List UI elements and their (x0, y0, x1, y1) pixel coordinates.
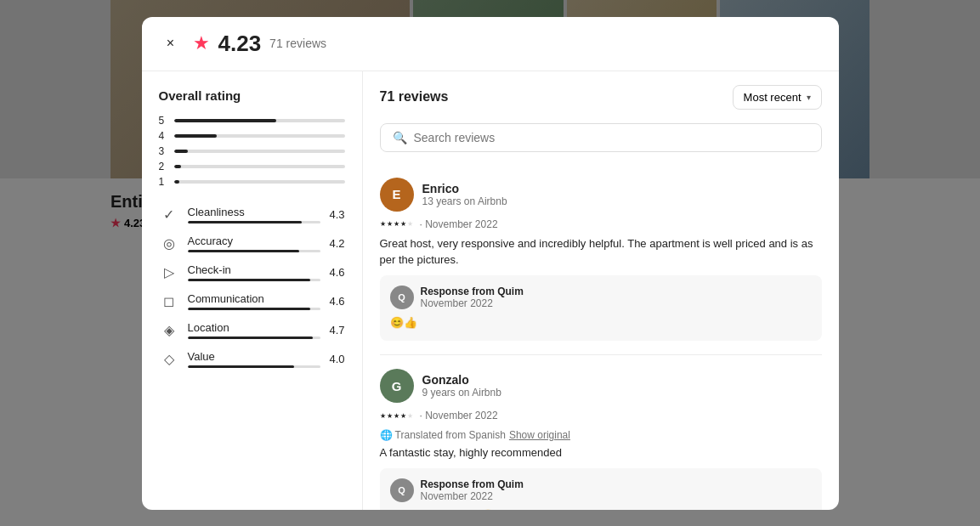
bar-track (174, 150, 345, 153)
category-bar-track (188, 221, 321, 223)
review-star: ★ (394, 412, 399, 420)
bar-label: 2 (159, 161, 169, 173)
category-row: ◇ Value 4.0 (159, 349, 345, 370)
background-page: Entire rental unit · 8 guests ★ 4.23 71 … (0, 0, 980, 526)
category-bar-track (188, 365, 321, 368)
close-button[interactable]: × (159, 31, 183, 55)
rating-bar-row: 5 (159, 115, 345, 127)
reviewer-avatar: G (380, 369, 414, 403)
show-original-link[interactable]: Show original (509, 429, 570, 441)
reviewer-avatar: E (380, 178, 414, 212)
sort-dropdown[interactable]: Most recent ▾ (733, 85, 822, 110)
reviews-count-title: 71 reviews (380, 89, 449, 105)
bar-fill (174, 150, 188, 153)
reviewer-info: Enrico 13 years on Airbnb (422, 182, 507, 207)
category-icon: ▷ (159, 263, 179, 283)
review-stars: ★★★★★ (380, 220, 413, 228)
category-bar-track (188, 337, 321, 339)
response-avatar: Q (390, 286, 414, 309)
modal-title-area: ★ 4.23 71 reviews (193, 31, 327, 57)
response-from-info: Response from Quim November 2022 (421, 478, 524, 502)
rating-bar-row: 4 (159, 130, 345, 142)
response-text: Un placer Gonzalo😊 (390, 507, 812, 510)
category-score: 4.3 (329, 208, 344, 221)
translated-badge: 🌐 Translated from Spanish Show original (380, 429, 570, 441)
category-score: 4.0 (329, 353, 344, 365)
category-icon: ◈ (159, 320, 179, 341)
rating-bar-row: 3 (159, 145, 345, 157)
reviewer-years: 9 years on Airbnb (422, 387, 501, 399)
review-item: G Gonzalo 9 years on Airbnb ★★★★★ · Nove… (380, 355, 822, 510)
review-star: ★ (407, 412, 413, 420)
category-score: 4.6 (329, 295, 344, 308)
bar-fill (174, 119, 277, 122)
reviewer-info: Gonzalo 9 years on Airbnb (422, 373, 501, 399)
review-star: ★ (387, 220, 393, 228)
response-block: Q Response from Quim November 2022 Un pl… (380, 468, 822, 510)
rating-bars: 5 4 3 2 1 (159, 115, 345, 188)
category-bar-fill (188, 250, 300, 252)
review-meta: ★★★★★ · November 2022 (380, 410, 822, 421)
reviewer-name: Gonzalo (422, 373, 501, 387)
reviews-header: 71 reviews Most recent ▾ (363, 71, 839, 123)
ratings-panel: Overall rating 5 4 3 2 1 ✓ (142, 71, 363, 510)
category-row: ✓ Cleanliness 4.3 (159, 205, 345, 225)
response-date: November 2022 (421, 490, 524, 502)
rating-bar-row: 2 (159, 161, 345, 173)
category-icon: ✓ (159, 205, 179, 225)
search-bar-container: 🔍 (363, 123, 839, 164)
category-bar-track (188, 279, 321, 281)
response-text: 😊👍 (390, 314, 812, 331)
category-row: ◈ Location 4.7 (159, 320, 345, 341)
category-bar-fill (188, 365, 295, 368)
category-score: 4.6 (329, 266, 344, 279)
review-star: ★ (380, 220, 386, 228)
bar-fill (174, 180, 179, 184)
category-info: Communication (188, 292, 321, 310)
category-bar-fill (188, 308, 310, 310)
review-text: Great host, very responsive and incredib… (380, 235, 822, 269)
category-name: Value (188, 350, 321, 363)
category-name: Communication (188, 292, 321, 305)
bar-fill (174, 134, 217, 138)
review-star: ★ (400, 220, 406, 228)
bar-track (174, 134, 345, 138)
search-input[interactable] (414, 131, 809, 144)
category-icon: ◻ (159, 291, 179, 312)
response-block: Q Response from Quim November 2022 😊👍 (380, 275, 822, 342)
bar-label: 1 (159, 176, 169, 188)
modal-reviews-count: 71 reviews (269, 37, 326, 50)
response-from: Response from Quim (421, 478, 524, 490)
category-bar-fill (188, 279, 310, 281)
response-header: Q Response from Quim November 2022 (390, 478, 812, 502)
category-info: Location (188, 321, 321, 339)
reviews-panel: 71 reviews Most recent ▾ 🔍 (363, 71, 839, 510)
category-bar-track (188, 308, 321, 310)
modal-rating: 4.23 (218, 31, 262, 57)
bar-track (174, 119, 345, 122)
reviews-modal: × ★ 4.23 71 reviews Overall rating 5 4 (142, 17, 839, 510)
review-star: ★ (400, 412, 406, 420)
category-row: ◎ Accuracy 4.2 (159, 234, 345, 254)
category-score: 4.2 (329, 237, 344, 250)
search-bar: 🔍 (380, 123, 822, 152)
response-header: Q Response from Quim November 2022 (390, 286, 812, 309)
category-icon: ◎ (159, 234, 179, 254)
review-date: · November 2022 (420, 218, 498, 230)
bar-track (174, 165, 345, 168)
category-name: Accuracy (188, 235, 321, 247)
modal-backdrop: × ★ 4.23 71 reviews Overall rating 5 4 (0, 0, 980, 526)
category-info: Value (188, 350, 321, 368)
category-info: Cleanliness (188, 206, 321, 223)
category-row: ▷ Check-in 4.6 (159, 263, 345, 283)
review-stars: ★★★★★ (380, 412, 413, 420)
category-icon: ◇ (159, 349, 179, 370)
bar-label: 5 (159, 115, 169, 127)
category-row: ◻ Communication 4.6 (159, 291, 345, 312)
bar-label: 3 (159, 145, 169, 157)
category-name: Check-in (188, 263, 321, 276)
category-score: 4.7 (329, 324, 344, 337)
review-item: E Enrico 13 years on Airbnb ★★★★★ · Nove… (380, 164, 822, 356)
reviews-list: E Enrico 13 years on Airbnb ★★★★★ · Nove… (363, 164, 839, 510)
search-icon: 🔍 (393, 131, 407, 144)
